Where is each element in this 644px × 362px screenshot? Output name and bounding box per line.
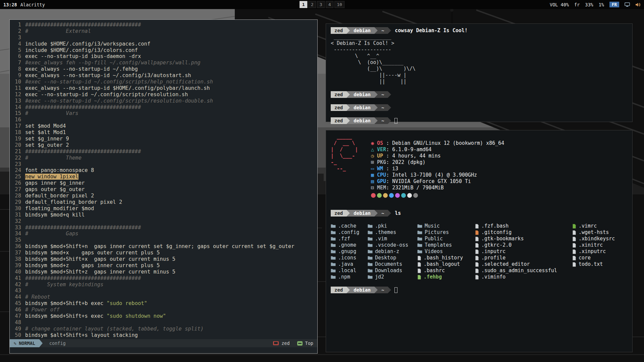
gpu-icon: ▤ xyxy=(371,178,377,184)
editor-code[interactable]: 1#####################################2#… xyxy=(10,20,317,339)
file-name: .fehbg xyxy=(424,274,442,280)
file-item: .bash_logout xyxy=(417,261,475,267)
terminal-cowsay-window[interactable]: zeddebian~cowsay Debian-Z Is Cool! _____… xyxy=(326,23,633,122)
display-icon[interactable] xyxy=(625,2,630,7)
workspace-button-1[interactable]: 1 xyxy=(300,1,307,8)
laptop-icon xyxy=(273,341,279,345)
powerline-arrow xyxy=(388,210,391,217)
file-item: .xinputrc xyxy=(572,248,628,255)
file-item: core xyxy=(572,255,628,261)
code-line: 29default_floating_border pixel 2 xyxy=(10,199,317,205)
code-token: bindsym $mod+Shift+s exec xyxy=(25,313,107,319)
palette-dot xyxy=(389,193,394,198)
file-name: .vim xyxy=(375,236,387,242)
folder-icon xyxy=(368,237,373,241)
code-token: set $g_inner 9 xyxy=(25,136,69,142)
code-token: #exec --no-startup-id ~/.config/scripts/… xyxy=(25,79,213,85)
line-number: 21 xyxy=(10,148,25,155)
file-name: .xinitrc xyxy=(579,242,603,248)
vim-command-line xyxy=(10,347,317,353)
file-icon xyxy=(475,249,479,254)
fastfetch-label: PKG xyxy=(377,159,386,165)
file-item: .local xyxy=(331,267,368,274)
code-text: set $g_outer 2 xyxy=(25,142,69,148)
workspace-button-3[interactable]: 3 xyxy=(317,1,325,8)
file-item: .gtk-bookmarks xyxy=(475,236,572,242)
terminal-fastfetch-body[interactable]: _____ / __ \ | / | | \___- -_ --_◉ OS : … xyxy=(326,130,632,297)
prompt-host-segment: debian xyxy=(350,210,374,217)
code-token: bindsym $mod+q kill xyxy=(25,212,85,218)
code-text: # change container layout (stacked, tabb… xyxy=(25,326,204,332)
code-text: exec_always --no-startup-id $HOME/.confi… xyxy=(25,85,210,92)
folder-icon xyxy=(331,230,336,235)
code-text: new_window 1pixel xyxy=(25,174,78,180)
file-item: .viminfo xyxy=(475,274,572,280)
line-number: 20 xyxy=(10,142,25,148)
line-number: 15 xyxy=(10,110,25,117)
file-name: Downloads xyxy=(375,267,402,274)
folder-icon xyxy=(331,262,336,266)
mem-icon: ⊟ xyxy=(371,185,377,191)
line-number: 40 xyxy=(10,269,25,275)
fastfetch-value: 2321MiB / 7904MiB xyxy=(392,185,444,191)
fastfetch-value: Intel i3-7100 (4) @ 3.900GHz xyxy=(392,172,477,178)
powerline-arrow xyxy=(374,104,378,111)
code-line: 34# Gaps xyxy=(10,231,317,237)
file-name: .local xyxy=(338,267,356,274)
layout-flag-badge[interactable]: FR xyxy=(609,2,619,7)
file-name: Desktop xyxy=(375,255,396,261)
code-line: 28default_border pixel 2 xyxy=(10,193,317,199)
file-icon xyxy=(572,230,576,235)
terminal-fastfetch-window[interactable]: _____ / __ \ | / | | \___- -_ --_◉ OS : … xyxy=(326,130,633,352)
folder-icon xyxy=(331,275,336,279)
code-token: ##################################### xyxy=(25,22,141,28)
focused-window-title: Alacritty xyxy=(20,2,45,7)
prompt-host-segment: debian xyxy=(350,27,374,34)
code-line: 33##################################### xyxy=(10,225,317,231)
code-line: 15# Vars xyxy=(10,110,317,117)
code-token: # System keybindings xyxy=(25,282,103,288)
editor-window[interactable]: 1#####################################2#… xyxy=(9,19,318,354)
line-number: 30 xyxy=(10,205,25,212)
terminal-cowsay-body[interactable]: zeddebian~cowsay Debian-Z Is Cool! _____… xyxy=(326,24,632,127)
blank-line xyxy=(331,85,628,91)
code-token: include $HOME/.config/i3/workspaces.conf xyxy=(25,41,150,47)
folder-icon xyxy=(368,275,373,279)
code-line: 36bindsym $mod+Shift+n gaps inner curren… xyxy=(10,243,317,250)
speaker-icon[interactable] xyxy=(635,2,641,7)
line-number: 36 xyxy=(10,243,25,250)
line-number: 24 xyxy=(10,167,25,174)
fastfetch-label: MEM xyxy=(377,185,386,191)
blank-line xyxy=(331,98,628,104)
code-text: default_border pixel 2 xyxy=(25,193,94,199)
code-text: # System keybindings xyxy=(25,282,103,288)
file-name: .profile xyxy=(481,255,505,261)
code-text: exec --no-startup-id ~/.config/scripts/r… xyxy=(25,92,188,98)
file-name: .wget-hsts xyxy=(579,229,609,236)
folder-icon xyxy=(331,249,336,254)
fastfetch-value: 6.1.0-9-amd64 xyxy=(392,146,431,153)
workspace-button-10[interactable]: 10 xyxy=(334,1,344,8)
file-name: .gitconfig xyxy=(481,229,512,236)
file-name: Music xyxy=(425,223,440,229)
blank-line xyxy=(331,280,628,287)
code-text: exec_always --no-startup-id ~/.fehbg xyxy=(25,66,138,72)
file-name: Documents xyxy=(375,261,402,267)
os-icon: ◉ xyxy=(371,140,377,146)
workspace-button-2[interactable]: 2 xyxy=(308,1,316,8)
fastfetch-separator: : xyxy=(386,166,392,172)
powerline-arrow xyxy=(346,287,350,293)
code-line: 25new_window 1pixel xyxy=(10,174,317,180)
keyboard-layout-label[interactable]: fr xyxy=(574,2,580,7)
file-item: .themes xyxy=(368,229,417,236)
code-token: gaps outer $g_outer xyxy=(25,186,85,192)
volume-label[interactable]: VOL 40% xyxy=(550,2,569,7)
fastfetch-entry: ⊟ MEM: 2321MiB / 7904MiB xyxy=(371,185,504,191)
workspace-button-4[interactable]: 4 xyxy=(326,1,333,8)
line-number: 44 xyxy=(10,294,25,300)
file-icon xyxy=(572,256,576,260)
file-item: .wget-hsts xyxy=(572,229,628,236)
powerline-arrow xyxy=(388,117,391,124)
cpu-usage-label: 33% xyxy=(585,2,593,7)
prompt-host-segment: debian xyxy=(350,104,374,111)
